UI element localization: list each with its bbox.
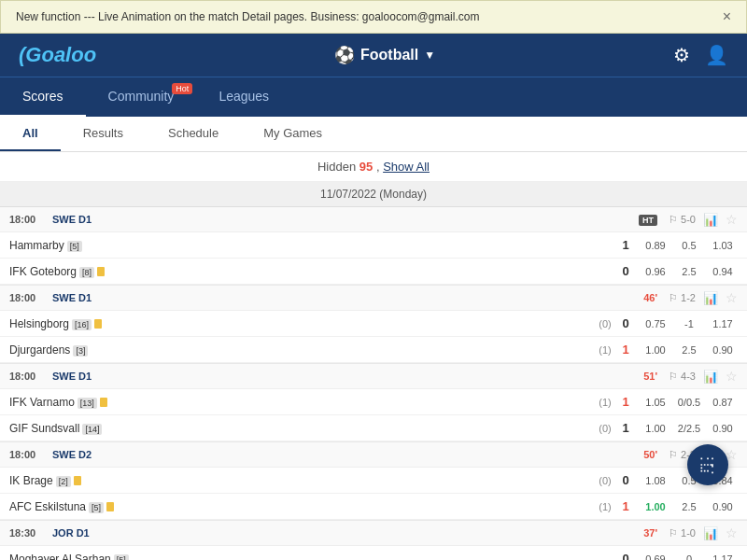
odds-cell: 0.69: [641, 553, 670, 561]
app-header: (Goaloo ⚽ Football ▼ ⚙ 👤: [0, 34, 747, 77]
announcement-banner: New function --- Live Animation on the m…: [0, 0, 747, 34]
odds-cell: 0.94: [708, 266, 738, 277]
odds-cell: 2.5: [674, 344, 704, 356]
banner-close-button[interactable]: ×: [723, 8, 731, 25]
favorite-icon[interactable]: ☆: [726, 525, 738, 540]
tab-results[interactable]: Results: [61, 117, 146, 151]
team-name: IFK Goteborg[8]: [9, 265, 592, 278]
league-name: SWE D1: [52, 371, 92, 382]
match-time: 18:00: [9, 292, 45, 303]
nav-item-community[interactable]: Community Hot: [86, 77, 197, 117]
match-row: Djurgardens[3](1)11.002.50.90: [0, 337, 747, 363]
match-header: 18:30JOR D137'⚐ 1-0📊☆: [0, 521, 747, 546]
score-indicator: ⚐ 4-3: [669, 371, 696, 383]
live-minute: 51': [643, 371, 657, 382]
logo: (Goaloo: [19, 43, 96, 67]
favorite-icon[interactable]: ☆: [726, 290, 738, 305]
league-name: SWE D2: [52, 449, 92, 460]
team-badge: [3]: [73, 345, 88, 357]
favorite-icon[interactable]: ☆: [726, 212, 738, 227]
team-score: 1: [618, 238, 633, 252]
team-badge: [14]: [82, 424, 102, 435]
team-score: 0: [618, 473, 633, 487]
odds-cell: 0.5: [674, 240, 704, 251]
football-icon: ⚽: [334, 45, 355, 65]
odds-cell: 0.87: [708, 397, 738, 408]
sport-selector[interactable]: ⚽ Football ▼: [334, 45, 435, 65]
league-name: SWE D1: [52, 292, 92, 303]
chevron-down-icon: ▼: [424, 49, 435, 62]
stats-icon[interactable]: 📊: [703, 291, 718, 305]
main-nav: Scores Community Hot Leagues: [0, 77, 747, 117]
team-name: AFC Eskilstuna[5]: [9, 500, 592, 513]
live-minute: 50': [643, 449, 657, 460]
odds-cell: 0.90: [708, 423, 738, 434]
matches-list: 18:00SWE D1HT⚐ 5-0📊☆Hammarby[5]10.890.51…: [0, 207, 747, 560]
match-group: 18:00SWE D1HT⚐ 5-0📊☆Hammarby[5]10.890.51…: [0, 207, 747, 285]
favorite-icon[interactable]: ☆: [726, 369, 738, 384]
league-name: SWE D1: [52, 214, 92, 225]
odds-cell: 1.17: [708, 318, 738, 329]
match-header: 18:00SWE D1HT⚐ 5-0📊☆: [0, 207, 747, 232]
match-header: 18:00SWE D151'⚐ 4-3📊☆: [0, 364, 747, 389]
odds-cell: -1: [674, 318, 704, 329]
team-badge: [5]: [114, 554, 129, 561]
odds-group: 1.002.50.90: [641, 501, 738, 512]
live-minute: 37': [643, 527, 657, 539]
sport-label: Football: [360, 47, 418, 63]
odds-cell: 2.5: [674, 501, 704, 512]
yellow-card-icon: [100, 398, 107, 407]
team-score: 1: [618, 343, 633, 357]
team-score: 0: [618, 552, 633, 560]
match-header: 18:00SWE D250'⚐ 2-2📊☆: [0, 442, 747, 468]
match-time: 18:00: [9, 371, 45, 382]
content-tabs: All Results Schedule My Games: [0, 117, 747, 152]
match-row: Helsingborg[16](0)00.75-11.17: [0, 311, 747, 337]
bracket-value: (0): [592, 423, 618, 434]
settings-icon[interactable]: ⚙: [673, 44, 690, 66]
team-name: Moghayer Al Sarhan[5]: [9, 553, 592, 561]
header-actions: ⚙ 👤: [673, 44, 728, 66]
match-row: Moghayer Al Sarhan[5]00.6901.17: [0, 546, 747, 560]
team-badge: [8]: [79, 267, 94, 278]
user-icon[interactable]: 👤: [705, 44, 728, 66]
odds-group: 0.962.50.94: [641, 266, 738, 277]
nav-item-leagues[interactable]: Leagues: [196, 77, 291, 117]
bracket-value: (0): [592, 318, 618, 329]
match-header: 18:00SWE D146'⚐ 1-2📊☆: [0, 286, 747, 311]
stats-icon[interactable]: 📊: [703, 526, 718, 540]
tab-all[interactable]: All: [0, 117, 61, 151]
team-name: Hammarby[5]: [9, 239, 592, 252]
odds-cell: 1.00: [641, 423, 670, 434]
tab-schedule[interactable]: Schedule: [146, 117, 241, 151]
nav-item-scores[interactable]: Scores: [0, 77, 86, 117]
filter-fab[interactable]: [687, 444, 728, 485]
yellow-card-icon: [106, 502, 114, 511]
team-score: 0: [618, 316, 633, 330]
odds-cell: 1.03: [708, 240, 738, 251]
match-row: IFK Goteborg[8]00.962.50.94: [0, 259, 747, 285]
odds-group: 0.890.51.03: [641, 240, 738, 251]
odds-cell: 0.96: [641, 266, 670, 277]
match-group: 18:00SWE D250'⚐ 2-2📊☆IK Brage[2](0)01.08…: [0, 442, 747, 520]
stats-icon[interactable]: 📊: [703, 213, 718, 227]
match-row: IFK Varnamo[13](1)11.050/0.50.87: [0, 389, 747, 415]
odds-cell: 2/2.5: [674, 423, 704, 434]
odds-cell: 0.90: [708, 501, 738, 512]
live-minute: 46': [643, 292, 657, 303]
bracket-value: (1): [592, 344, 618, 356]
stats-icon[interactable]: 📊: [703, 370, 718, 384]
ht-badge: HT: [639, 215, 657, 226]
odds-cell: 1.00: [641, 344, 670, 356]
odds-cell: 1.08: [641, 475, 670, 486]
odds-cell: 1.05: [641, 397, 670, 408]
banner-text: New function --- Live Animation on the m…: [16, 10, 479, 23]
bracket-value: (1): [592, 501, 618, 512]
odds-cell: 0.89: [641, 240, 670, 251]
tab-my-games[interactable]: My Games: [241, 117, 345, 151]
yellow-card-icon: [74, 476, 81, 485]
show-all-link[interactable]: Show All: [383, 160, 430, 174]
team-name: Helsingborg[16]: [9, 317, 592, 330]
odds-group: 0.75-11.17: [641, 318, 738, 329]
bracket-value: (0): [592, 475, 618, 486]
